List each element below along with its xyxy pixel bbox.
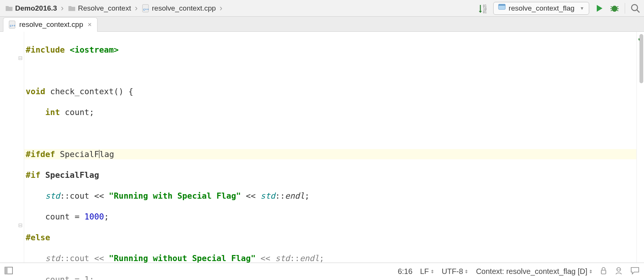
breadcrumb-project[interactable]: Demo2016.3 › bbox=[4, 3, 67, 13]
code-token: check_context() { bbox=[45, 87, 133, 96]
scrollbar-thumb[interactable] bbox=[639, 34, 643, 83]
code-token: void bbox=[26, 87, 45, 96]
application-icon bbox=[498, 4, 506, 12]
cpp-file-icon: c++ bbox=[9, 20, 16, 29]
chevron-right-icon: › bbox=[218, 3, 224, 13]
code-token: ; bbox=[319, 254, 324, 263]
chevron-right-icon: › bbox=[133, 3, 139, 13]
editor-tab[interactable]: c++ resolve_context.cpp × bbox=[3, 17, 98, 32]
svg-text:c++: c++ bbox=[10, 24, 15, 28]
svg-text:c++: c++ bbox=[143, 8, 149, 11]
svg-rect-19 bbox=[5, 267, 8, 274]
code-token: std bbox=[45, 191, 60, 201]
breadcrumb-folder[interactable]: Resolve_context › bbox=[67, 3, 141, 13]
svg-point-14 bbox=[632, 5, 638, 11]
code-area[interactable]: #include <iostream> void check_context()… bbox=[24, 32, 636, 263]
code-token: count; bbox=[60, 107, 94, 117]
code-token: lag bbox=[99, 149, 114, 159]
code-token: :: bbox=[275, 191, 285, 201]
code-token: #ifdef bbox=[26, 149, 55, 159]
breadcrumb-file[interactable]: c++ resolve_context.cpp › bbox=[141, 3, 225, 13]
svg-line-11 bbox=[616, 10, 618, 11]
code-token: 1 bbox=[84, 275, 89, 280]
code-token: #include bbox=[26, 45, 65, 54]
code-token: int bbox=[45, 107, 60, 117]
folder-icon bbox=[68, 5, 76, 12]
fold-marker-icon[interactable]: ⊟ bbox=[18, 55, 23, 61]
code-token: :: bbox=[290, 254, 300, 263]
code-token: cout bbox=[70, 254, 90, 263]
search-everywhere-button[interactable] bbox=[630, 3, 640, 13]
code-token: endl bbox=[300, 254, 319, 263]
code-token: std bbox=[260, 191, 275, 201]
editor-tab-bar: c++ resolve_context.cpp × bbox=[0, 17, 644, 32]
code-token: "Running with Special Flag" bbox=[109, 191, 241, 201]
code-token: std bbox=[45, 254, 60, 263]
code-token: <iostream> bbox=[70, 45, 119, 54]
build-icon[interactable]: 011001 bbox=[478, 3, 488, 13]
fold-marker-icon[interactable]: ⊟ bbox=[18, 222, 23, 228]
run-button[interactable] bbox=[594, 3, 604, 13]
code-token: 1000 bbox=[84, 212, 104, 221]
code-token: SpecialFlag bbox=[40, 170, 99, 180]
code-token: #if bbox=[26, 170, 40, 180]
breadcrumb-folder-label: Resolve_context bbox=[78, 4, 131, 12]
code-token: << bbox=[241, 191, 261, 201]
code-token: << bbox=[255, 254, 275, 263]
run-configuration-selector[interactable]: resolve_context_flag ▼ bbox=[493, 2, 589, 15]
breadcrumb-file-label: resolve_context.cpp bbox=[152, 4, 216, 12]
code-token: << bbox=[89, 191, 109, 201]
svg-line-10 bbox=[611, 10, 613, 11]
code-token: ; bbox=[305, 191, 310, 201]
cpp-file-icon: c++ bbox=[142, 4, 150, 12]
code-token: count = bbox=[26, 212, 84, 221]
svg-point-7 bbox=[612, 6, 617, 12]
code-token: endl bbox=[285, 191, 305, 201]
toolbar-right: 011001 resolve_context_flag ▼ bbox=[478, 2, 640, 15]
code-token: count = bbox=[26, 275, 84, 280]
chevron-right-icon: › bbox=[59, 3, 65, 13]
editor-gutter[interactable]: ⊟ ⊟ bbox=[0, 32, 24, 263]
toolbar-divider bbox=[625, 3, 625, 14]
code-token: :: bbox=[60, 191, 70, 201]
code-token: ; bbox=[104, 212, 109, 221]
error-stripe[interactable]: ✔ bbox=[636, 32, 644, 263]
code-token: #else bbox=[26, 233, 50, 242]
debug-button[interactable] bbox=[610, 3, 619, 13]
svg-rect-6 bbox=[498, 4, 505, 6]
code-token: << bbox=[89, 254, 109, 263]
editor: ⊟ ⊟ #include <iostream> void check_conte… bbox=[0, 32, 644, 263]
navigation-toolbar: Demo2016.3 › Resolve_context › c++ resol… bbox=[0, 0, 644, 17]
code-token: "Running without Special Flag" bbox=[109, 254, 255, 263]
code-token: SpecialF bbox=[55, 149, 99, 159]
tool-window-quick-access-icon[interactable] bbox=[5, 267, 13, 276]
code-token: cout bbox=[70, 191, 90, 201]
editor-tab-label: resolve_context.cpp bbox=[19, 20, 83, 29]
dropdown-arrow-icon: ▼ bbox=[580, 6, 584, 11]
svg-line-9 bbox=[616, 6, 618, 8]
code-token: ; bbox=[89, 275, 94, 280]
folder-icon bbox=[5, 5, 13, 12]
close-tab-icon[interactable]: × bbox=[86, 21, 92, 29]
code-token: :: bbox=[60, 254, 70, 263]
run-configuration-label: resolve_context_flag bbox=[509, 4, 574, 12]
svg-text:01: 01 bbox=[483, 11, 487, 13]
breadcrumb-project-label: Demo2016.3 bbox=[15, 4, 57, 12]
svg-line-8 bbox=[611, 6, 613, 8]
code-token: std bbox=[275, 254, 290, 263]
svg-line-15 bbox=[637, 10, 639, 12]
